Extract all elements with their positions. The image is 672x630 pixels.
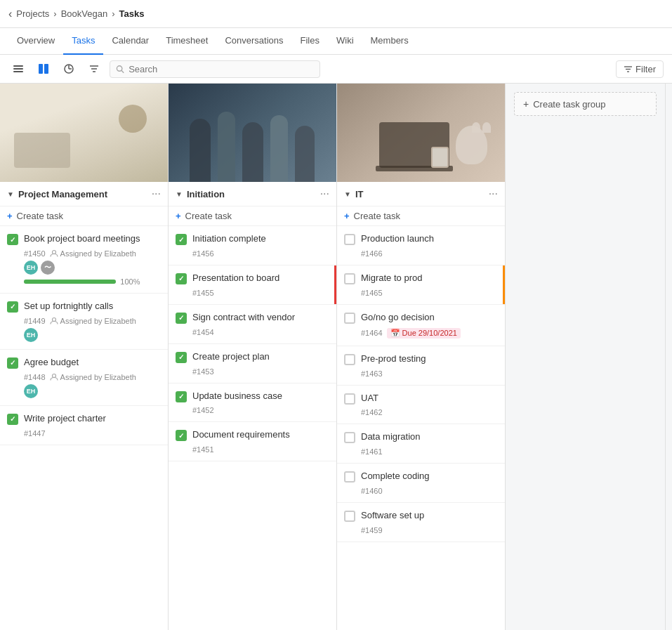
column-menu-pm[interactable]: ··· [152, 188, 161, 200]
task-card-1455[interactable]: Presentation to board #1455 [169, 265, 336, 305]
collapse-icon-it[interactable]: ▼ [344, 190, 351, 198]
task-card-1456[interactable]: Initiation complete #1456 [169, 226, 336, 265]
task-checkbox-1447[interactable] [7, 414, 18, 425]
task-card-1448[interactable]: Agree budget #1448 Assigned by Elizabeth [0, 350, 168, 406]
task-id-1451: #1451 [192, 445, 214, 454]
task-id-1461: #1461 [361, 447, 383, 456]
create-group-column: + Create task group [506, 84, 666, 630]
task-card-1452[interactable]: Update business case #1452 [169, 383, 336, 423]
task-checkbox-1460[interactable] [344, 471, 355, 483]
list-view-icon[interactable] [8, 59, 28, 79]
task-title-1450: Book project board meetings [24, 233, 140, 245]
task-card-1459[interactable]: Software set up #1459 [337, 503, 505, 542]
filter-options-icon[interactable] [84, 59, 104, 79]
task-card-1447[interactable]: Write project charter #1447 [0, 406, 168, 445]
task-checkbox-1455[interactable] [176, 273, 187, 284]
create-task-btn-init[interactable]: + Create task [169, 206, 336, 226]
task-checkbox-1461[interactable] [344, 432, 355, 443]
task-checkbox-1456[interactable] [176, 234, 187, 245]
column-menu-init[interactable]: ··· [320, 188, 329, 200]
task-checkbox-1448[interactable] [7, 357, 18, 369]
collapse-icon-pm[interactable]: ▼ [7, 190, 14, 198]
task-card-1463[interactable]: Pre-prod testing #1463 [337, 346, 505, 386]
task-checkbox-1459[interactable] [344, 511, 355, 522]
breadcrumb-sep2: › [112, 8, 114, 19]
search-input[interactable] [129, 64, 314, 74]
task-checkbox-1454[interactable] [176, 313, 187, 324]
task-card-1454[interactable]: Sign contract with vendor #1454 [169, 305, 336, 344]
breadcrumb-bookvegan[interactable]: BookVegan [61, 8, 108, 19]
create-task-group-button[interactable]: + Create task group [514, 92, 657, 116]
collapse-icon-init[interactable]: ▼ [176, 190, 183, 198]
tab-wiki[interactable]: Wiki [328, 28, 362, 55]
nav-tabs: Overview Tasks Calendar Timesheet Conver… [0, 28, 672, 55]
gantt-view-icon[interactable] [59, 59, 79, 79]
svg-rect-4 [44, 64, 48, 74]
tab-tasks[interactable]: Tasks [63, 28, 103, 55]
svg-line-12 [121, 70, 124, 72]
task-checkbox-1451[interactable] [176, 430, 187, 441]
task-id-1447: #1447 [24, 429, 46, 438]
svg-rect-2 [13, 71, 23, 72]
assign-icon-1449 [50, 317, 58, 325]
task-card-1466[interactable]: Production launch #1466 [337, 226, 505, 265]
breadcrumb-projects[interactable]: Projects [16, 8, 49, 19]
task-checkbox-1465[interactable] [344, 273, 355, 284]
tab-members[interactable]: Members [362, 28, 417, 55]
column-header-pm: ▼ Project Management ··· [0, 182, 168, 206]
task-card-1465[interactable]: Migrate to prod #1465 [337, 265, 505, 305]
board: ▼ Project Management ··· + Create task B… [0, 84, 672, 630]
column-initiation: ▼ Initiation ··· + Create task Initiatio… [169, 84, 337, 630]
column-menu-it[interactable]: ··· [489, 188, 498, 200]
task-card-1449[interactable]: Set up fortnightly calls #1449 Assigned … [0, 294, 168, 350]
progress-label-1450: 100% [120, 277, 140, 286]
task-checkbox-1449[interactable] [7, 301, 18, 313]
assign-icon-1450 [50, 249, 58, 258]
progress-fill-1450 [24, 280, 116, 284]
task-card-1451[interactable]: Document requirements #1451 [169, 422, 336, 461]
back-button[interactable]: ‹ [8, 8, 12, 20]
task-card-1460[interactable]: Complete coding #1460 [337, 464, 505, 503]
create-task-btn-pm[interactable]: + Create task [0, 206, 168, 226]
task-card-1450[interactable]: Book project board meetings #1450 Assign… [0, 226, 168, 294]
task-title-1452: Update business case [192, 391, 282, 402]
tab-timesheet[interactable]: Timesheet [157, 28, 216, 55]
task-checkbox-1464[interactable] [344, 313, 355, 324]
avatar-eh-1449: EH [24, 328, 38, 342]
tab-overview[interactable]: Overview [8, 28, 63, 55]
task-card-1464[interactable]: Go/no go decision #1464 📅 Due 29/10/2021 [337, 305, 505, 346]
task-title-1461: Data migration [361, 431, 421, 443]
filter-button[interactable]: Filter [616, 60, 664, 78]
create-task-btn-it[interactable]: + Create task [337, 206, 505, 226]
tab-files[interactable]: Files [292, 28, 328, 55]
task-checkbox-1463[interactable] [344, 354, 355, 365]
tab-conversations[interactable]: Conversations [216, 28, 291, 55]
task-checkbox-1452[interactable] [176, 391, 187, 402]
column-title-it: IT [355, 189, 485, 199]
search-icon [116, 65, 124, 74]
column-header-init: ▼ Initiation ··· [169, 182, 336, 206]
create-task-label-init: Create task [185, 211, 232, 221]
column-title-init: Initiation [187, 189, 316, 199]
task-checkbox-1450[interactable] [7, 234, 18, 245]
task-checkbox-1466[interactable] [344, 234, 355, 245]
svg-rect-3 [39, 64, 43, 74]
task-checkbox-1453[interactable] [176, 352, 187, 363]
board-view-icon[interactable] [34, 59, 53, 79]
plus-icon-group: + [523, 98, 529, 110]
task-checkbox-1462[interactable] [344, 393, 355, 405]
column-image-init [169, 84, 336, 182]
task-id-1448: #1448 [24, 373, 46, 381]
avatar-wave-1450: 〜 [41, 261, 55, 275]
task-title-1453: Create project plan [192, 351, 270, 363]
task-title-1451: Document requirements [192, 429, 290, 441]
create-task-group-label: Create task group [533, 99, 605, 110]
task-card-1453[interactable]: Create project plan #1453 [169, 344, 336, 383]
column-title-pm: Project Management [18, 189, 147, 199]
tasks-list-pm: Book project board meetings #1450 Assign… [0, 226, 168, 630]
svg-rect-0 [13, 65, 23, 67]
task-card-1462[interactable]: UAT #1462 [337, 386, 505, 425]
tab-calendar[interactable]: Calendar [103, 28, 157, 55]
task-card-1461[interactable]: Data migration #1461 [337, 424, 505, 464]
assigned-1448: Assigned by Elizabeth [50, 373, 136, 381]
